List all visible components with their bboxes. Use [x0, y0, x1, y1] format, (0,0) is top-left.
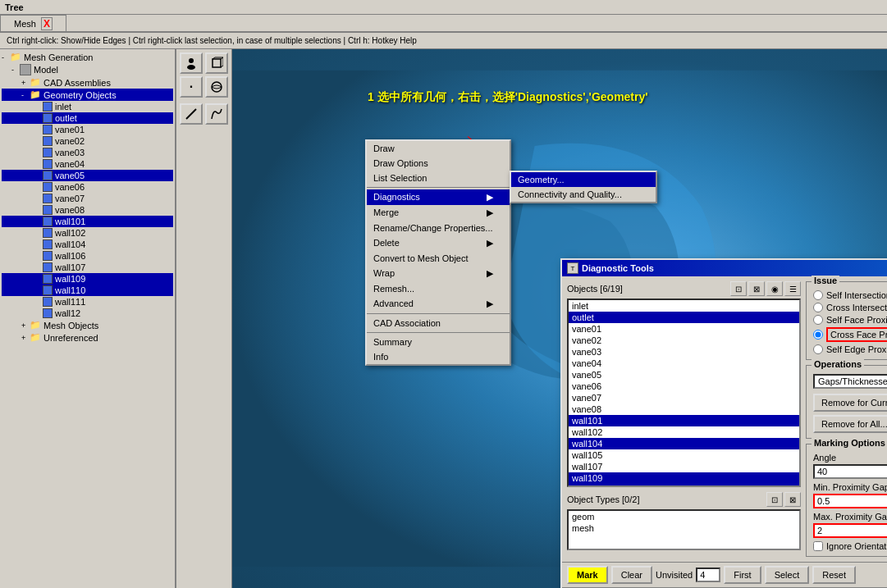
obj-type-btn-1[interactable]: ⊡ — [766, 492, 783, 507]
radio-cross-face[interactable]: Cross Face Proximity — [813, 327, 887, 342]
radio-self-face[interactable]: Self Face Proximity — [813, 315, 887, 325]
list-item[interactable]: vane03 — [569, 346, 799, 358]
toolbar-btn-curve[interactable] — [205, 103, 228, 125]
list-item-geom[interactable]: geom — [569, 511, 799, 522]
menu-item-merge[interactable]: Merge ▶ — [367, 205, 510, 221]
radio-cross-intersect[interactable]: Cross Intersections — [813, 303, 887, 312]
tree-item-vane03[interactable]: vane03 — [2, 147, 173, 158]
obj-toolbar-btn-4[interactable]: ☰ — [784, 281, 801, 296]
list-item[interactable]: vane01 — [569, 323, 799, 335]
menu-item-cad-assoc[interactable]: CAD Association — [367, 316, 510, 330]
tree-item-wall102[interactable]: wall102 — [2, 227, 173, 239]
tree-item-wall101[interactable]: wall101 — [2, 216, 173, 227]
tree-item-mesh-gen[interactable]: - 📁 Mesh Generation — [2, 51, 173, 63]
mark-button[interactable]: Mark — [567, 566, 608, 584]
list-item[interactable]: wall10 — [569, 484, 799, 487]
list-item[interactable]: wall107 — [569, 461, 799, 472]
tab-mesh[interactable]: Mesh X — [0, 15, 66, 31]
ops-dropdown[interactable]: Gaps/Thicknesses — [813, 374, 887, 389]
toolbar-btn-dot[interactable]: · — [180, 76, 203, 98]
obj-types-listbox[interactable]: geom mesh — [567, 509, 801, 550]
reset-button[interactable]: Reset — [812, 566, 856, 584]
tree-item-geo[interactable]: - 📁 Geometry Objects — [2, 89, 173, 101]
tab-close-icon[interactable]: X — [41, 17, 53, 30]
unvisited-count-input[interactable] — [696, 567, 720, 582]
radio-self-face-input[interactable] — [813, 315, 823, 325]
obj-type-btn-2[interactable]: ⊠ — [784, 492, 801, 507]
clear-button[interactable]: Clear — [611, 566, 652, 584]
tree-item-wall107[interactable]: wall107 — [2, 262, 173, 273]
list-item[interactable]: wall102 — [569, 426, 799, 438]
list-item[interactable]: wall101 — [569, 415, 799, 426]
radio-self-intersect[interactable]: Self Intersections — [813, 290, 887, 300]
menu-item-convert[interactable]: Convert to Mesh Object — [367, 251, 510, 266]
list-item[interactable]: wall104 — [569, 438, 799, 449]
menu-item-draw[interactable]: Draw — [367, 141, 510, 156]
radio-cross-face-input[interactable] — [813, 330, 823, 340]
tree-item-wall110[interactable]: wall110 — [2, 285, 173, 296]
toolbar-btn-sphere[interactable] — [205, 76, 228, 98]
list-item[interactable]: vane02 — [569, 335, 799, 346]
obj-toolbar-btn-2[interactable]: ⊠ — [748, 281, 765, 296]
first-button[interactable]: First — [724, 566, 761, 584]
menu-item-list-selection[interactable]: List Selection — [367, 171, 510, 185]
tree-item-outlet[interactable]: outlet — [2, 112, 173, 124]
tree-item-unreferenced[interactable]: + 📁 Unreferenced — [2, 331, 173, 344]
menu-item-wrap[interactable]: Wrap ▶ — [367, 266, 510, 281]
toolbar-btn-2[interactable] — [205, 52, 228, 74]
tree-item-wall111[interactable]: wall111 — [2, 296, 173, 308]
menu-item-draw-options[interactable]: Draw Options — [367, 156, 510, 171]
remove-current-btn[interactable]: Remove for Current... — [813, 394, 887, 412]
radio-cross-intersect-input[interactable] — [813, 303, 823, 312]
menu-item-info[interactable]: Info — [367, 349, 510, 364]
remove-all-btn[interactable]: Remove for All... — [813, 415, 887, 433]
submenu-item-connectivity[interactable]: Connectivity and Quality... — [511, 187, 656, 202]
list-item[interactable]: vane04 — [569, 358, 799, 369]
list-item[interactable]: inlet — [569, 300, 799, 312]
objects-listbox[interactable]: inlet outlet vane01 vane02 vane03 vane04… — [567, 299, 801, 487]
ignore-orientation-cb[interactable]: Ignore Orientation — [813, 541, 887, 551]
tree-item-vane04[interactable]: vane04 — [2, 158, 173, 170]
toolbar-btn-1[interactable] — [180, 52, 203, 74]
ignore-orientation-input[interactable] — [813, 541, 823, 551]
tree-item-wall104[interactable]: wall104 — [2, 239, 173, 250]
tree-item-model[interactable]: - Model — [2, 63, 173, 76]
tree-item-vane02[interactable]: vane02 — [2, 135, 173, 147]
menu-item-delete[interactable]: Delete ▶ — [367, 235, 510, 251]
list-item[interactable]: outlet — [569, 312, 799, 323]
menu-item-advanced[interactable]: Advanced ▶ — [367, 296, 510, 312]
angle-input[interactable] — [813, 464, 887, 479]
menu-item-remesh[interactable]: Remesh... — [367, 281, 510, 296]
tree-item-wall106[interactable]: wall106 — [2, 250, 173, 262]
tree-item-vane08[interactable]: vane08 — [2, 204, 173, 216]
tree-item-vane06[interactable]: vane06 — [2, 181, 173, 193]
menu-item-diagnostics[interactable]: Diagnostics ▶ — [367, 189, 510, 205]
list-item[interactable]: vane08 — [569, 403, 799, 415]
list-item[interactable]: vane05 — [569, 369, 799, 381]
radio-self-intersect-input[interactable] — [813, 290, 823, 300]
tree-item-mesh-obj[interactable]: + 📁 Mesh Objects — [2, 319, 173, 331]
select-button[interactable]: Select — [765, 566, 810, 584]
list-item[interactable]: vane07 — [569, 392, 799, 403]
list-item-mesh[interactable]: mesh — [569, 522, 799, 534]
menu-item-summary[interactable]: Summary — [367, 335, 510, 349]
obj-toolbar-btn-3[interactable]: ◉ — [766, 281, 783, 296]
obj-toolbar-btn-1[interactable]: ⊡ — [730, 281, 747, 296]
max-gap-input[interactable] — [813, 523, 887, 538]
tree-item-inlet[interactable]: inlet — [2, 101, 173, 112]
tree-item-wall12[interactable]: wall12 — [2, 308, 173, 319]
menu-item-rename[interactable]: Rename/Change Properties... — [367, 221, 510, 235]
tree-item-vane05[interactable]: vane05 — [2, 170, 173, 181]
list-item[interactable]: wall105 — [569, 449, 799, 461]
toolbar-btn-line[interactable] — [180, 103, 203, 125]
radio-self-edge-input[interactable] — [813, 344, 823, 354]
tree-item-cad[interactable]: + 📁 CAD Assemblies — [2, 76, 173, 89]
min-gap-input[interactable] — [813, 494, 887, 508]
list-item[interactable]: wall109 — [569, 472, 799, 484]
submenu-item-geometry[interactable]: Geometry... — [511, 172, 656, 187]
list-item[interactable]: vane06 — [569, 381, 799, 392]
radio-self-edge[interactable]: Self Edge Proximity — [813, 344, 887, 354]
tree-item-vane07[interactable]: vane07 — [2, 193, 173, 204]
tree-item-vane01[interactable]: vane01 — [2, 124, 173, 135]
tree-item-wall109[interactable]: wall109 — [2, 273, 173, 285]
